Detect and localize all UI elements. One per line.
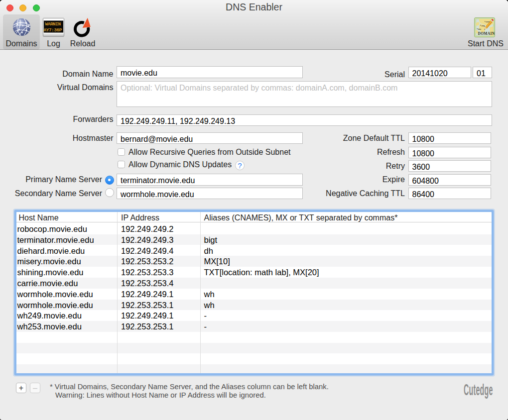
svg-text:AY7:36P: AY7:36P [44, 27, 62, 32]
svg-text:.biz: .biz [478, 28, 481, 30]
svg-text:DOMAIN: DOMAIN [478, 31, 495, 36]
svg-text:WARNIN: WARNIN [45, 21, 61, 26]
svg-text:.org: .org [481, 24, 485, 27]
